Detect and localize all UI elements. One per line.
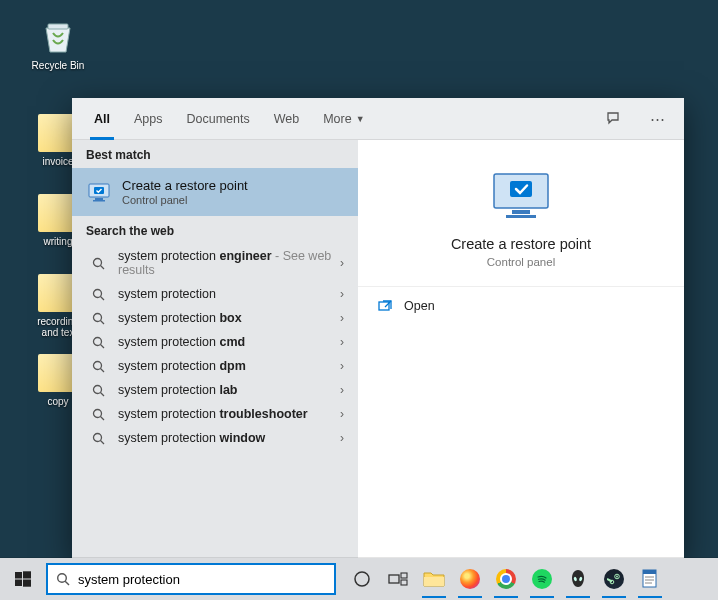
- web-result-text: system protection box: [118, 311, 340, 325]
- svg-rect-29: [23, 580, 31, 587]
- result-detail-pane: Create a restore point Control panel Ope…: [358, 140, 684, 558]
- monitor-check-icon: [86, 179, 112, 205]
- task-view-icon[interactable]: [380, 558, 416, 600]
- svg-line-8: [101, 296, 105, 300]
- svg-point-7: [94, 289, 102, 297]
- section-search-web: Search the web: [72, 216, 358, 244]
- search-icon: [92, 432, 108, 445]
- svg-rect-35: [401, 580, 407, 585]
- svg-point-32: [355, 572, 369, 586]
- svg-point-11: [94, 337, 102, 345]
- tab-apps[interactable]: Apps: [122, 98, 175, 139]
- svg-rect-22: [512, 210, 530, 214]
- open-label: Open: [404, 299, 435, 313]
- taskbar-app-notes[interactable]: [632, 558, 668, 600]
- web-result-item[interactable]: system protection›: [72, 282, 358, 306]
- start-button[interactable]: [0, 558, 46, 600]
- web-result-text: system protection engineer - See web res…: [118, 249, 340, 277]
- search-input[interactable]: [78, 572, 326, 587]
- svg-point-30: [58, 574, 67, 583]
- tab-label: Documents: [186, 112, 249, 126]
- svg-rect-4: [94, 187, 104, 194]
- svg-rect-36: [424, 577, 444, 586]
- best-match-item[interactable]: Create a restore point Control panel: [72, 168, 358, 216]
- svg-point-40: [616, 576, 618, 578]
- taskbar-app-firefox[interactable]: [452, 558, 488, 600]
- taskbar-app-spotify[interactable]: [524, 558, 560, 600]
- chevron-right-icon: ›: [340, 287, 344, 301]
- cortana-icon[interactable]: [344, 558, 380, 600]
- svg-rect-26: [15, 572, 22, 579]
- search-icon: [92, 257, 108, 270]
- tab-more[interactable]: More▼: [311, 98, 376, 139]
- chevron-down-icon: ▼: [356, 114, 365, 124]
- windows-logo-icon: [15, 571, 31, 587]
- monitor-check-icon: [486, 168, 556, 222]
- more-options-icon[interactable]: ⋯: [640, 110, 674, 128]
- taskbar-app-chrome[interactable]: [488, 558, 524, 600]
- open-action[interactable]: Open: [358, 287, 684, 325]
- taskbar-app-alienware[interactable]: [560, 558, 596, 600]
- desktop-icon-recycle-bin[interactable]: Recycle Bin: [28, 18, 88, 71]
- desktop-icon-label: Recycle Bin: [28, 60, 88, 71]
- tab-label: All: [94, 112, 110, 126]
- web-result-text: system protection dpm: [118, 359, 340, 373]
- detail-subtitle: Control panel: [368, 256, 674, 268]
- svg-rect-25: [379, 302, 389, 310]
- chevron-right-icon: ›: [340, 359, 344, 373]
- web-result-text: system protection cmd: [118, 335, 340, 349]
- svg-rect-2: [95, 198, 103, 200]
- svg-rect-3: [93, 200, 105, 202]
- web-result-text: system protection troubleshooter: [118, 407, 340, 421]
- web-result-item[interactable]: system protection engineer - See web res…: [72, 244, 358, 282]
- taskbar-app-steam[interactable]: [596, 558, 632, 600]
- tab-label: Apps: [134, 112, 163, 126]
- tab-all[interactable]: All: [82, 98, 122, 139]
- tab-label: Web: [274, 112, 299, 126]
- svg-rect-23: [506, 215, 536, 218]
- web-result-text: system protection: [118, 287, 340, 301]
- search-icon: [92, 360, 108, 373]
- taskbar: [0, 558, 718, 600]
- svg-rect-33: [389, 575, 399, 583]
- svg-rect-28: [15, 580, 22, 587]
- open-icon: [378, 299, 392, 313]
- chevron-right-icon: ›: [340, 383, 344, 397]
- web-result-item[interactable]: system protection box›: [72, 306, 358, 330]
- best-match-title: Create a restore point: [122, 178, 248, 193]
- chevron-right-icon: ›: [340, 431, 344, 445]
- svg-point-17: [94, 409, 102, 417]
- feedback-icon[interactable]: [606, 111, 640, 127]
- taskbar-search-box[interactable]: [46, 563, 336, 595]
- web-result-item[interactable]: system protection troubleshooter›: [72, 402, 358, 426]
- tab-web[interactable]: Web: [262, 98, 311, 139]
- section-best-match: Best match: [72, 140, 358, 168]
- detail-title: Create a restore point: [368, 236, 674, 252]
- web-result-item[interactable]: system protection cmd›: [72, 330, 358, 354]
- search-icon: [92, 288, 108, 301]
- svg-point-9: [94, 313, 102, 321]
- web-result-item[interactable]: system protection lab›: [72, 378, 358, 402]
- search-icon: [92, 336, 108, 349]
- taskbar-app-file-explorer[interactable]: [416, 558, 452, 600]
- svg-rect-0: [48, 24, 68, 29]
- svg-rect-24: [510, 181, 532, 197]
- search-icon: [56, 572, 70, 586]
- svg-line-6: [101, 265, 105, 269]
- svg-point-5: [94, 258, 102, 266]
- svg-line-16: [101, 392, 105, 396]
- svg-point-15: [94, 385, 102, 393]
- svg-line-10: [101, 320, 105, 324]
- svg-rect-27: [23, 571, 31, 578]
- tab-documents[interactable]: Documents: [174, 98, 261, 139]
- search-icon: [92, 312, 108, 325]
- svg-line-18: [101, 416, 105, 420]
- svg-line-12: [101, 344, 105, 348]
- chevron-right-icon: ›: [340, 256, 344, 270]
- web-result-item[interactable]: system protection dpm›: [72, 354, 358, 378]
- svg-line-31: [65, 581, 69, 585]
- chevron-right-icon: ›: [340, 335, 344, 349]
- search-icon: [92, 384, 108, 397]
- svg-rect-34: [401, 573, 407, 578]
- web-result-item[interactable]: system protection window›: [72, 426, 358, 450]
